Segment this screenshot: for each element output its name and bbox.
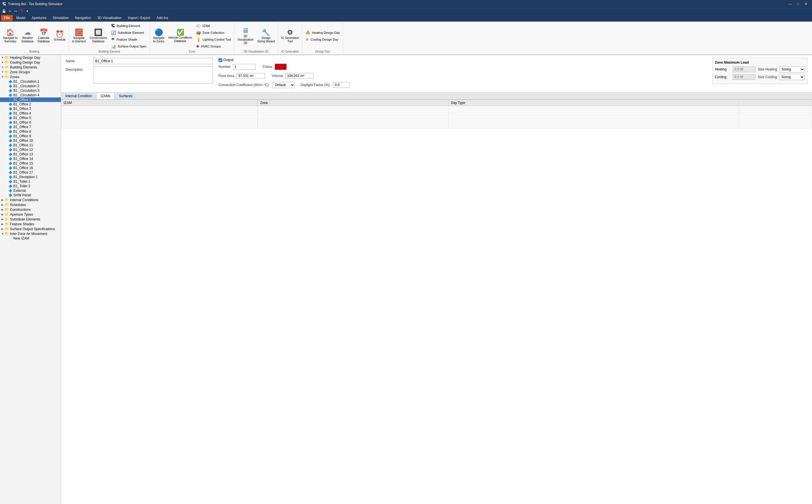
- feature-shade-button[interactable]: ☂ Feature Shade: [110, 36, 148, 43]
- 3d-vis-button[interactable]: 🖥 3DVisualisation3D: [236, 26, 255, 46]
- navigate-element-button[interactable]: 🧱 Navigateto Element: [71, 28, 87, 44]
- tree-item-10[interactable]: 🔷B1_Office 2: [0, 102, 61, 107]
- navigate-zones-button[interactable]: 🔵 Navigateto Zones: [152, 28, 166, 44]
- tree-item-23[interactable]: 🔷B1_Office 15: [0, 161, 61, 166]
- tree-item-22[interactable]: 🔷B1_Office 14: [0, 157, 61, 161]
- convection-select[interactable]: Default: [272, 82, 295, 88]
- description-input[interactable]: [93, 66, 213, 84]
- tree-item-12[interactable]: 🔷B1_Office 4: [0, 111, 61, 116]
- qa-dropdown-button[interactable]: ▾: [26, 9, 29, 13]
- colour-picker[interactable]: [275, 64, 287, 70]
- lighting-control-icon: 💡: [196, 37, 201, 42]
- minimize-button[interactable]: —: [786, 1, 794, 7]
- tree-item-8[interactable]: 🔷B1 _Circulation 4: [0, 93, 61, 97]
- tree-item-36[interactable]: ▶📁Feature Shades: [0, 222, 61, 226]
- tab-surfaces[interactable]: Surfaces: [115, 93, 137, 99]
- output-checkbox[interactable]: [218, 58, 222, 62]
- add-ins-menu[interactable]: Add-Ins: [154, 15, 171, 21]
- model-menu[interactable]: Model: [13, 15, 28, 21]
- tree-item-34[interactable]: ▶📁Aperture Types: [0, 212, 61, 217]
- tree-icon-7: 🔷: [9, 89, 13, 93]
- internal-conditions-db-button[interactable]: ✅ Internal ConditionsDatabase: [167, 28, 193, 44]
- tree-icon-14: 🔷: [9, 121, 13, 124]
- save-qa-button[interactable]: 💾: [1, 9, 7, 13]
- surface-output-button[interactable]: 📊 Surface Output Spec: [110, 43, 148, 49]
- building-element-button[interactable]: 🏗 Building Element: [110, 23, 148, 29]
- tree-item-38[interactable]: ▼📁Inter Zone Air Movement: [0, 231, 61, 236]
- tree-item-21[interactable]: 🔷B1_Office 13: [0, 152, 61, 157]
- simulation-menu[interactable]: Simulation: [50, 15, 71, 21]
- size-cooling-select[interactable]: Sizing: [779, 74, 805, 80]
- 3d-visualisation-menu[interactable]: 3D Visualisation: [94, 15, 124, 21]
- zone-collection-button[interactable]: 📦 Zone Collection: [195, 30, 232, 36]
- hvac-groups-button[interactable]: ❄ HVAC Groups: [195, 43, 232, 49]
- floor-area-input[interactable]: [236, 73, 265, 79]
- tab-internal-condition[interactable]: Internal Condition: [61, 93, 96, 99]
- tree-item-30[interactable]: 🔷SHW Panel: [0, 193, 61, 197]
- tree-item-4[interactable]: ▼📁Zones: [0, 74, 61, 79]
- number-input[interactable]: [233, 64, 256, 70]
- tree-item-20[interactable]: 🔷B1_Office 12: [0, 147, 61, 152]
- tree-item-16[interactable]: 🔷B1_Office 8: [0, 129, 61, 134]
- tree-item-14[interactable]: 🔷B1_Office 6: [0, 120, 61, 125]
- volume-input[interactable]: [285, 73, 314, 79]
- tree-item-25[interactable]: 🔷B1_Office 17: [0, 170, 61, 175]
- tree-item-11[interactable]: 🔷B1_Office 3: [0, 107, 61, 111]
- schedule-button[interactable]: ⏰ Schedule: [52, 30, 67, 42]
- daylight-input[interactable]: [333, 82, 350, 88]
- calendar-database-button[interactable]: 📅 CalendarDatabase: [36, 28, 51, 44]
- tree-label-8: B1 _Circulation 4: [13, 93, 39, 97]
- heating-design-day-icon: 🔥: [305, 30, 310, 35]
- tree-icon-13: 🔷: [9, 116, 13, 120]
- tree-item-13[interactable]: 🔷B1_Office 5: [0, 116, 61, 120]
- cooling-design-day-button[interactable]: ❄ Cooling Design Day: [304, 36, 341, 43]
- tree-item-19[interactable]: 🔷B1_Office 11: [0, 143, 61, 147]
- tree-item-7[interactable]: 🔷B1 _Circulation 3: [0, 88, 61, 93]
- substitute-element-button[interactable]: 🔄 Substitute Element: [110, 30, 148, 36]
- tab-izams[interactable]: IZAMs: [96, 93, 115, 99]
- import-export-menu[interactable]: Import / Export: [125, 15, 153, 21]
- redo-qa-button[interactable]: ↪: [13, 9, 18, 13]
- tree-icon-29: 🔷: [9, 189, 13, 193]
- tree-item-37[interactable]: ▶📁Surface Output Specifications: [0, 226, 61, 231]
- name-input[interactable]: [93, 58, 213, 64]
- tree-item-33[interactable]: ▶📁Constructions: [0, 207, 61, 212]
- tree-item-31[interactable]: ▶📁Internal Conditions: [0, 197, 61, 202]
- weather-database-button[interactable]: ☁ WeatherDatabase: [20, 28, 35, 44]
- tree-item-28[interactable]: 🔷B1_Toilet 2: [0, 184, 61, 188]
- tree-item-18[interactable]: 🔷B1_Office 10: [0, 138, 61, 143]
- tree-item-27[interactable]: 🔷B1_Toilet 1: [0, 179, 61, 184]
- design-sizing-button[interactable]: 🔧 DesignSizing Wizard: [256, 28, 276, 44]
- izam-col-header: IZAM: [61, 100, 258, 106]
- undo-qa-button[interactable]: ↩: [8, 9, 12, 13]
- tree-item-2[interactable]: ▼📁Building Elements: [0, 65, 61, 70]
- izam-button[interactable]: 💨 IZAM: [195, 23, 232, 29]
- tree-item-0[interactable]: ▼📁Heating Design Day: [0, 55, 61, 60]
- heating-design-day-button[interactable]: 🔥 Heating Design Day: [304, 30, 341, 36]
- close-button[interactable]: ✕: [802, 1, 810, 7]
- tree-item-32[interactable]: ▶📁Schedules: [0, 202, 61, 207]
- tree-item-9[interactable]: 🔷B1_Office 1: [0, 97, 61, 102]
- apertures-menu[interactable]: Apertures: [29, 15, 49, 21]
- tree-item-1[interactable]: ▼📁Cooling Design Day: [0, 60, 61, 65]
- tree-item-24[interactable]: 🔷B1_Office 16: [0, 166, 61, 170]
- tree-item-3[interactable]: ▼📁Zone Groups: [0, 70, 61, 74]
- size-heating-select[interactable]: Sizing: [779, 66, 805, 72]
- tree-item-15[interactable]: 🔷B1_Office 7: [0, 125, 61, 129]
- tree-item-26[interactable]: 🔷B1_Reception 1: [0, 175, 61, 179]
- file-menu[interactable]: File: [1, 15, 13, 21]
- lighting-control-button[interactable]: 💡 Lighting Control Tool: [195, 36, 232, 43]
- tree-item-6[interactable]: 🔷B1 _Circulation 2: [0, 84, 61, 88]
- maximize-button[interactable]: □: [794, 1, 802, 7]
- tree-item-39[interactable]: 📄New IZAM: [0, 236, 61, 241]
- tree-icon-34: 📁: [5, 212, 9, 216]
- ic-generation-button[interactable]: ⚙ IC GenerationTool: [280, 28, 300, 44]
- tree-item-35[interactable]: ▶📁Substitute Elements: [0, 217, 61, 222]
- navigation-menu[interactable]: Navigation: [72, 15, 94, 21]
- tree-item-5[interactable]: 🔷B1 _Circulation 1: [0, 79, 61, 84]
- navigate-summary-button[interactable]: 🏠 Navigate toSummary: [2, 28, 19, 44]
- help-qa-button[interactable]: ❓: [19, 9, 24, 13]
- tree-item-17[interactable]: 🔷B1_Office 9: [0, 134, 61, 138]
- tree-item-29[interactable]: 🔷External: [0, 188, 61, 193]
- constructions-database-button[interactable]: 🔲 ConstructionsDatabase: [88, 28, 109, 44]
